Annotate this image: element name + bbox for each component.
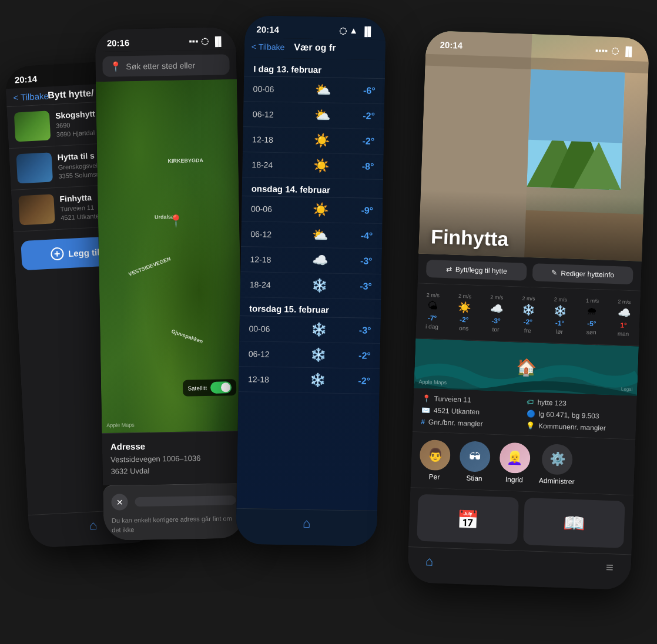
back-button-1[interactable]: < Tilbake xyxy=(13,90,49,102)
edit-icon: ✎ xyxy=(551,269,557,277)
tag-icon: 🏷 xyxy=(527,398,534,406)
property-thumb-2 xyxy=(16,152,53,183)
switch-cabin-button[interactable]: ⇄ Bytt/legg til hytte xyxy=(426,260,527,281)
cabin-hero-image: Finhytta xyxy=(418,31,649,261)
correction-sheet: ✕ Du kan enkelt korrigere adress går fin… xyxy=(103,483,245,541)
confirm-button-2[interactable] xyxy=(135,495,236,507)
search-bar-area: 📍 Søk etter sted eller xyxy=(95,49,237,82)
week-day-idag: 2 m/s 🌤 -7° i dag xyxy=(416,289,450,333)
bottom-cards-row: 📅 📖 xyxy=(408,488,633,554)
home-tab-icon[interactable]: ⌂ xyxy=(425,554,434,569)
members-row: 👨 Per 🕶 Stian 👱‍♀️ Ingrid xyxy=(410,432,635,495)
avatar-ingrid: 👱‍♀️ xyxy=(499,442,531,474)
weather-content: I dag 13. februar 00-06 ⛅ -6° 06-12 ⛅ -2… xyxy=(236,58,385,511)
svg-rect-4 xyxy=(528,69,625,143)
weather-icon-1-1: ⛅ xyxy=(315,82,331,98)
status-bar-2: 20:16 ▪▪▪ ◌ ▐▌ xyxy=(95,27,236,52)
status-time-4: 20:14 xyxy=(440,39,462,50)
hash-icon: # xyxy=(421,418,425,426)
close-button-2[interactable]: ✕ xyxy=(111,494,128,511)
weather-icon-3-2: ❄️ xyxy=(310,347,326,363)
map-label-kirkebygda: KIRKEBYGDA xyxy=(167,157,203,164)
mini-map-pin-icon: 🏠 xyxy=(516,357,537,377)
weather-icon-1-4: ☀️ xyxy=(313,158,329,173)
weather-icon-1-3: ☀️ xyxy=(314,133,330,148)
weather-icon-2-4: ❄️ xyxy=(311,278,327,293)
mail-icon: ✉️ xyxy=(421,406,430,415)
edit-info-button[interactable]: ✎ Rediger hytteinfo xyxy=(532,263,633,284)
member-name-per: Per xyxy=(428,472,440,481)
weather-row-2-1: 00-06 ☀️ -9° xyxy=(242,196,383,224)
status-time-1: 20:14 xyxy=(14,73,37,85)
weather-week-strip: 2 m/s 🌤 -7° i dag 2 m/s ☀️ -2° ons 2 m/s… xyxy=(415,283,641,346)
legal-text: Legal xyxy=(621,387,633,393)
battery-icon-2: ▐▌ xyxy=(212,36,224,46)
status-bar-3: 20:14 ◌ ▲ ▐▌ xyxy=(244,15,386,40)
weather-row-1-4: 18-24 ☀️ -8° xyxy=(242,152,384,180)
scene: 20:14 ▪▪▪ ▐▌ < Tilbake Bytt hytte/ Skogs… xyxy=(17,16,640,628)
weather-nav: < Tilbake Vær og fr xyxy=(244,38,386,60)
info-hytte: 🏷 hytte 123 xyxy=(527,398,628,410)
member-admin[interactable]: ⚙️ Administrer xyxy=(539,444,576,486)
map-area: KIRKEBYGDA Urdalsae VESTSIDEVEGEN Gjuvsp… xyxy=(96,79,243,433)
cabin-title: Finhytta xyxy=(431,225,631,255)
nav-title-1: Bytt hytte/ xyxy=(48,88,94,100)
week-day-man: 2 m/s ☁️ 1° man xyxy=(607,296,641,340)
property-info-1: Skogshytt 3690 3690 Hjartdal xyxy=(55,109,96,139)
info-grid: 📍 Turveien 11 🏷 hytte 123 ✉️ 4521 Utkant… xyxy=(413,388,637,440)
member-name-ingrid: Ingrid xyxy=(505,475,524,484)
location-pin-icon: 📍 xyxy=(109,61,121,72)
back-button-3[interactable]: < Tilbake xyxy=(252,42,285,52)
property-info-3: Finhytta Turveien 11 4521 Utkanter xyxy=(59,192,102,223)
property-name-1: Skogshytt xyxy=(55,109,95,120)
battery-icon-4: ▐▌ xyxy=(622,46,635,56)
weather-day-1-header: I dag 13. februar xyxy=(244,58,386,79)
phone-map: 20:16 ▪▪▪ ◌ ▐▌ 📍 Søk etter sted eller KI… xyxy=(95,27,244,541)
home-icon-3[interactable]: ⌂ xyxy=(303,516,311,531)
week-day-fre: 2 m/s ❄️ -2° fre xyxy=(511,293,545,337)
weather-icon-1-2: ⛅ xyxy=(314,108,330,123)
satellite-toggle-switch[interactable] xyxy=(210,381,232,394)
avatar-admin[interactable]: ⚙️ xyxy=(542,444,574,475)
weather-row-3-2: 06-12 ❄️ -2° xyxy=(239,341,380,369)
member-name-stian: Stian xyxy=(466,474,482,482)
avatar-stian: 🕶 xyxy=(459,441,491,472)
map-pin: 📍 xyxy=(169,214,183,228)
satellite-toggle[interactable]: Satellitt xyxy=(183,379,236,397)
address-panel: Adresse Vestsidevegen 1006–1036 3632 Uvd… xyxy=(102,431,244,485)
bulb-icon: 💡 xyxy=(526,421,535,430)
week-day-tor: 2 m/s ☁️ -3° tor xyxy=(480,291,513,336)
weather-row-2-3: 12-18 ☁️ -3° xyxy=(240,247,382,274)
cabin-hero-overlay: Finhytta xyxy=(418,189,644,261)
pin-icon: 📍 xyxy=(421,394,430,403)
calendar-card[interactable]: 📅 xyxy=(417,494,519,545)
weather-icon-2-3: ☁️ xyxy=(312,253,328,268)
map-label-vestside: VESTSIDEVEGEN xyxy=(128,256,172,277)
member-name-admin: Administrer xyxy=(539,477,575,486)
weather-icon-3-3: ❄️ xyxy=(310,373,326,388)
weather-day-2-header: onsdag 14. februar xyxy=(242,177,383,199)
status-time-2: 20:16 xyxy=(107,38,130,48)
week-day-lor: 2 m/s ❄️ -1° lør xyxy=(544,294,577,338)
weather-row-1-2: 06-12 ⛅ -2° xyxy=(243,102,385,129)
home-icon-1[interactable]: ⌂ xyxy=(89,518,98,534)
menu-tab-icon[interactable]: ≡ xyxy=(606,560,614,575)
search-input-box[interactable]: 📍 Søk etter sted eller xyxy=(102,54,230,77)
info-kommune: 💡 Kommunenr. mangler xyxy=(526,421,628,433)
wifi-icon-4: ◌ xyxy=(611,45,619,56)
apple-maps-mini: Apple Maps xyxy=(418,379,447,386)
weather-row-2-4: 18-24 ❄️ -3° xyxy=(240,272,381,300)
coords-icon: 🔵 xyxy=(527,410,535,418)
member-per: 👨 Per xyxy=(419,440,451,482)
book-card[interactable]: 📖 xyxy=(523,498,625,548)
mini-map-area: 🏠 Apple Maps Legal xyxy=(414,338,639,395)
weather-row-3-3: 12-18 ❄️ -2° xyxy=(239,367,380,394)
weather-icon-2-1: ☀️ xyxy=(313,202,328,217)
wifi-icon-3: ◌ ▲ xyxy=(339,25,358,36)
apple-maps-badge-2: Apple Maps xyxy=(106,422,135,428)
property-thumb-1 xyxy=(14,110,51,142)
map-label-gjuv: Gjuvspakken xyxy=(170,328,203,344)
wifi-icon-2: ▪▪▪ ◌ xyxy=(189,36,208,47)
property-addr-1: 3690 3690 Hjartdal xyxy=(56,119,96,139)
plus-icon: + xyxy=(51,247,64,261)
